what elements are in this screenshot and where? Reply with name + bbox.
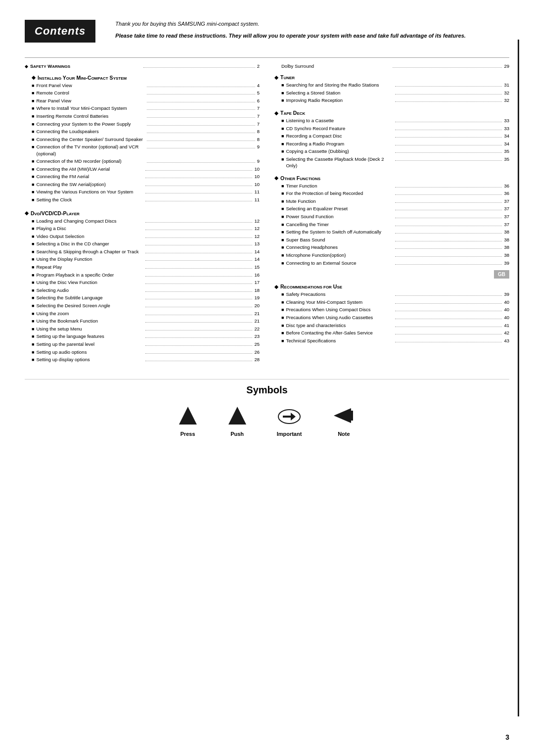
item-text: Connecting Headphones <box>286 244 393 250</box>
item-text: Selecting a Stored Station <box>286 90 393 96</box>
page-num: 32 <box>504 90 509 96</box>
diamond-icon: ◆ <box>274 75 278 80</box>
dot-leader <box>395 160 502 161</box>
tuner-items: ■Searching for and Storing the Radio Sta… <box>274 82 509 104</box>
item-text: Cancelling the Timer <box>286 221 393 228</box>
toc-item: ■Before Contacting the After-Sales Servi… <box>281 330 509 336</box>
item-text: Disc type and characteristics <box>286 322 393 329</box>
item-bullet: ■ <box>281 229 284 236</box>
dot-leader <box>145 260 253 261</box>
page-num: 36 <box>504 183 509 189</box>
push-icon <box>227 406 247 428</box>
item-text: Repeat Play <box>36 264 143 270</box>
toc-item: ■Using the Bookmark Function21 <box>32 318 260 325</box>
page-num: 7 <box>257 121 260 127</box>
toc-item: ■Selecting an Equalizer Preset37 <box>281 205 509 212</box>
item-text: Selecting the Desired Screen Angle <box>36 302 143 309</box>
dot-leader <box>395 101 502 102</box>
item-text: Setting the System to Switch off Automat… <box>286 229 393 235</box>
page-num: 18 <box>254 287 260 293</box>
page-num: 28 <box>254 356 260 363</box>
item-text: Connection of the MD recorder (optional) <box>36 158 144 164</box>
item-bullet: ■ <box>281 190 284 197</box>
symbol-label-important: Important <box>277 431 302 437</box>
page-num: 37 <box>504 205 509 212</box>
item-text: Video Output Selection <box>36 233 143 239</box>
item-text: Connecting to an External Source <box>286 260 393 266</box>
page-num: 41 <box>504 322 509 329</box>
svg-marker-3 <box>283 413 296 421</box>
header-line1: Thank you for buying this SAMSUNG mini-c… <box>115 20 509 29</box>
page-num: 21 <box>254 318 260 324</box>
item-text: Program Playback in a specific Order <box>36 272 143 278</box>
toc-item: ■Super Bass Sound38 <box>281 236 509 243</box>
item-text: Mute Function <box>286 198 393 204</box>
page-num: 40 <box>504 299 509 305</box>
dot-leader <box>395 218 502 218</box>
item-bullet: ■ <box>281 252 284 259</box>
item-text: Setting up audio options <box>36 349 143 355</box>
header-title-block: Contents <box>25 20 95 47</box>
item-bullet: ■ <box>32 98 34 104</box>
toc-item: ■Recording a Radio Program34 <box>281 141 509 147</box>
page-num: 10 <box>254 181 260 188</box>
toc-item: ■Technical Specifications43 <box>281 337 509 344</box>
item-text: Connecting the Center Speaker/ Surround … <box>36 136 144 142</box>
svg-marker-0 <box>179 407 197 425</box>
page-num: 10 <box>254 173 260 180</box>
diamond-bullet: ◆ <box>25 63 28 70</box>
item-bullet: ■ <box>281 82 284 89</box>
toc-item: ■Playing a Disc12 <box>32 225 260 232</box>
item-text: Remote Control <box>36 90 144 96</box>
gb-badge: GB <box>494 270 509 279</box>
item-text: Setting up the parental level <box>36 341 143 347</box>
header-line2: Please take time to read these instructi… <box>115 32 509 41</box>
item-bullet: ■ <box>32 318 34 325</box>
item-text: CD Synchro Record Feature <box>286 125 393 132</box>
toc-item: ■Connection of the TV monitor (optional)… <box>32 143 260 157</box>
symbol-press: Press <box>178 406 198 437</box>
page-num: 32 <box>504 97 509 103</box>
toc-item: ■Searching for and Storing the Radio Sta… <box>281 82 509 89</box>
item-bullet: ■ <box>281 315 284 321</box>
item-bullet: ■ <box>281 148 284 155</box>
recommendations-heading: ◆ RECOMMENDATIONS FOR USE <box>274 284 509 289</box>
toc-item: ■Program Playback in a specific Order16 <box>32 272 260 279</box>
item-bullet: ■ <box>32 256 34 263</box>
dot-leader <box>143 67 255 68</box>
item-text: Viewing the Various Functions on Your Sy… <box>36 189 143 195</box>
dot-leader <box>147 87 255 87</box>
page-num: 9 <box>257 158 260 164</box>
dot-leader <box>145 361 253 361</box>
symbol-note: Note <box>331 406 356 437</box>
dot-leader <box>145 222 253 223</box>
page-num: 38 <box>504 252 509 258</box>
page-num: 42 <box>504 330 509 336</box>
item-text: Setting up display options <box>36 356 143 363</box>
item-text: Rear Panel View <box>36 97 144 104</box>
page-num: 14 <box>254 248 260 255</box>
dot-leader <box>145 307 253 307</box>
item-bullet: ■ <box>32 144 34 150</box>
item-text: Cleaning Your Mini-Compact System <box>286 299 393 305</box>
symbol-label-press: Press <box>180 431 195 437</box>
symbol-push: Push <box>227 406 247 437</box>
dvd-items: ■Loading and Changing Compact Discs12 ■P… <box>25 218 260 363</box>
toc-two-col: ◆ SAFETY WARNINGS 2 ◆ INSTALLING YOUR MI… <box>25 63 509 364</box>
page-num: 35 <box>504 148 509 154</box>
dot-leader <box>395 327 502 327</box>
diamond-icon: ◆ <box>25 210 29 216</box>
dot-leader <box>395 194 502 195</box>
item-text: Selecting the Subtitle Language <box>36 294 143 301</box>
item-bullet: ■ <box>32 158 34 165</box>
toc-item: ■CD Synchro Record Feature33 <box>281 125 509 132</box>
item-bullet: ■ <box>281 183 284 189</box>
dot-leader <box>395 122 502 122</box>
dot-leader <box>395 86 502 87</box>
dot-leader <box>147 133 255 133</box>
page-num: 29 <box>504 63 509 69</box>
item-bullet: ■ <box>281 118 284 124</box>
toc-item: ■Connecting to an External Source39 <box>281 260 509 267</box>
installing-heading-text: INSTALLING YOUR MINI-COMPACT SYSTEM <box>38 75 127 81</box>
dot-leader <box>395 334 502 334</box>
